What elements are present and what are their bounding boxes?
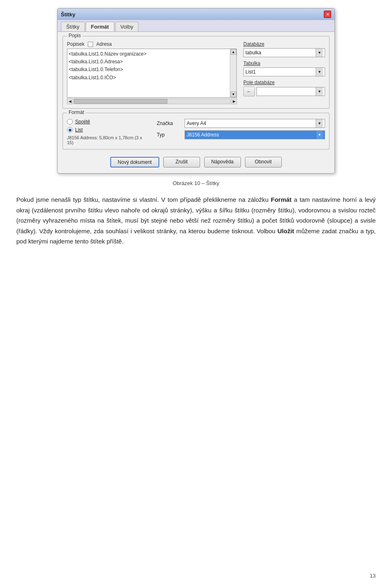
znacka-arrow[interactable]: ▼ <box>316 119 323 127</box>
popisek-textarea[interactable]: <tabulka.List1.0.Název organizace> <tabu… <box>67 49 237 98</box>
znacka-label: Značka <box>157 121 181 126</box>
format-legend: Formát <box>67 109 86 115</box>
pole-group: Pole databáze ← ▼ <box>243 80 325 96</box>
tabulka-arrow[interactable]: ▼ <box>316 68 323 76</box>
body-paragraphs: Pokud jsme nenašli typ štítku, nastavíme… <box>16 194 376 247</box>
popisek-label: Popisek <box>67 41 85 47</box>
radio-list-label: List <box>75 127 83 133</box>
dialog-buttons: Nový dokument Zrušit Nápověda Obnovit <box>62 154 330 169</box>
typ-select[interactable]: J8156 Address ▼ <box>185 130 325 139</box>
radio-list-btn[interactable] <box>67 127 73 133</box>
format-left: Spojitě List J8156 Address: 5,80cm x 1,7… <box>67 119 149 145</box>
format-section: Formát Spojitě List J8 <box>62 113 330 150</box>
help-button[interactable]: Nápověda <box>204 157 241 167</box>
close-button[interactable]: ✕ <box>324 11 331 18</box>
popis-left: Popisek Adresa <tabulka.List1.0.Název or… <box>67 41 237 104</box>
hscrollbar: ◀ ▶ <box>67 98 237 104</box>
scroll-up-btn[interactable]: ▲ <box>231 49 236 55</box>
dialog-body: Popis Popisek Adresa <box>58 32 334 173</box>
dialog-stitky: Štítky ✕ Štítky Formát Volby Popis <box>57 8 335 174</box>
adresa-checkbox[interactable] <box>88 42 93 47</box>
image-caption: Obrázek 10 – Štítky <box>16 180 376 186</box>
popis-legend: Popis <box>67 33 82 38</box>
tabulka-select[interactable]: List1 ▼ <box>243 67 325 76</box>
textarea-content: <tabulka.List1.0.Název organizace> <tabu… <box>69 50 229 82</box>
radio-spojite: Spojitě <box>67 119 149 125</box>
page-number: 13 <box>370 573 376 579</box>
format-info: J8156 Address: 5,80cm x 1,78cm (3 x 15) <box>67 135 149 145</box>
pole-arrow-btn[interactable]: ← <box>243 87 255 96</box>
dialog-tabs: Štítky Formát Volby <box>58 20 334 32</box>
vscrollbar[interactable]: ▲ ▼ <box>230 49 236 97</box>
bold-ulozit: Uložit <box>277 228 294 234</box>
tab-stitky[interactable]: Štítky <box>61 22 85 31</box>
refresh-button[interactable]: Obnovit <box>245 157 282 167</box>
radio-spojite-label: Spojitě <box>75 119 90 125</box>
typ-arrow[interactable]: ▼ <box>316 131 323 139</box>
databaze-select[interactable]: tabulka ▼ <box>243 48 325 57</box>
pole-arrow[interactable]: ▼ <box>316 87 323 96</box>
radio-spojite-btn[interactable] <box>67 119 73 125</box>
hscroll-left-btn[interactable]: ◀ <box>67 98 73 104</box>
scroll-down-btn[interactable]: ▼ <box>231 92 236 97</box>
bold-format: Formát <box>271 196 292 203</box>
cancel-button[interactable]: Zrušit <box>163 157 200 167</box>
tabulka-label: Tabulka <box>243 60 325 66</box>
hscroll-right-btn[interactable]: ▶ <box>231 98 237 104</box>
hscroll-track[interactable] <box>74 98 230 104</box>
body-paragraph-1: Pokud jsme nenašli typ štítku, nastavíme… <box>16 194 376 247</box>
pole-select[interactable]: ▼ <box>256 87 325 96</box>
databaze-arrow[interactable]: ▼ <box>316 49 323 57</box>
popis-right: Databáze tabulka ▼ Tabulka List1 <box>243 41 325 104</box>
pole-row: ← ▼ <box>243 87 325 96</box>
znacka-row: Značka Avery A4 ▼ <box>157 119 325 128</box>
databaze-label: Databáze <box>243 41 325 47</box>
dialog-titlebar: Štítky ✕ <box>58 9 334 20</box>
tab-volby[interactable]: Volby <box>115 22 139 31</box>
tabulka-group: Tabulka List1 ▼ <box>243 60 325 76</box>
pole-label: Pole databáze <box>243 80 325 85</box>
tab-format[interactable]: Formát <box>86 22 114 31</box>
format-right: Značka Avery A4 ▼ Typ J8156 Addres <box>157 119 325 145</box>
hscroll-thumb <box>74 99 167 104</box>
databaze-group: Databáze tabulka ▼ <box>243 41 325 57</box>
typ-row: Typ J8156 Address ▼ <box>157 130 325 139</box>
dialog-title: Štítky <box>61 11 75 18</box>
adresa-label: Adresa <box>96 41 112 47</box>
new-document-button[interactable]: Nový dokument <box>110 157 159 167</box>
typ-label: Typ <box>157 132 181 138</box>
znacka-select[interactable]: Avery A4 ▼ <box>185 119 325 128</box>
popis-section: Popis Popisek Adresa <box>62 36 330 109</box>
radio-list: List <box>67 127 149 133</box>
